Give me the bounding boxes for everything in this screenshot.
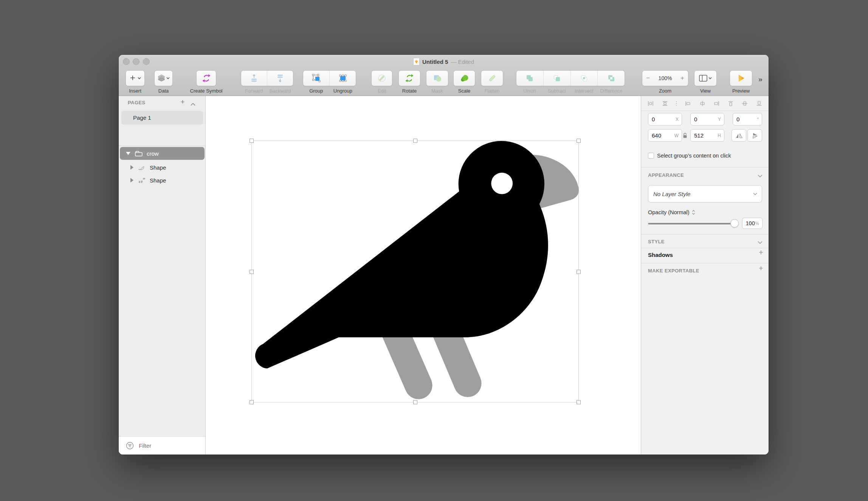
layer-item-shape-2[interactable]: Shape xyxy=(119,175,205,186)
align-bottom-icon[interactable] xyxy=(756,101,763,107)
view-label: View xyxy=(700,88,711,94)
zoom-in-glyph: + xyxy=(680,74,684,82)
selection-handle-bottom-left[interactable] xyxy=(250,400,254,404)
backward-button[interactable] xyxy=(267,71,293,86)
edit-pencil-icon xyxy=(377,74,386,83)
create-symbol-button[interactable] xyxy=(196,70,216,86)
zoom-out-button[interactable]: − xyxy=(642,71,654,86)
window-edited-status: — Edited xyxy=(451,59,474,65)
opacity-blend-stepper-icon[interactable] xyxy=(692,210,695,215)
folder-icon xyxy=(135,150,143,157)
align-left-icon[interactable] xyxy=(685,101,691,107)
layer-filter-bar[interactable]: Filter xyxy=(119,436,205,455)
forward-button[interactable] xyxy=(241,71,267,86)
add-page-button[interactable]: + xyxy=(178,98,187,106)
selection-handle-top-left[interactable] xyxy=(250,139,254,143)
layer-item-crow[interactable]: crow xyxy=(120,147,205,160)
intersect-button[interactable] xyxy=(570,71,598,86)
edit-group: Edit xyxy=(371,70,392,94)
flip-horizontal-button[interactable] xyxy=(732,129,746,142)
data-button[interactable] xyxy=(154,70,173,86)
view-button[interactable] xyxy=(694,70,717,86)
rotate-button[interactable] xyxy=(398,70,420,86)
subtract-label: Subtract xyxy=(543,88,570,94)
align-center-horizontal-icon[interactable] xyxy=(699,101,706,107)
add-shadow-button[interactable]: + xyxy=(759,248,763,257)
x-unit-label: X xyxy=(676,117,682,122)
select-group-content-label: Select group’s content on click xyxy=(657,153,731,159)
edit-label: Edit xyxy=(378,88,386,94)
page-list-item[interactable]: Page 1 xyxy=(121,111,203,125)
group-button[interactable] xyxy=(303,71,329,86)
flip-vertical-button[interactable] xyxy=(747,129,762,142)
collapse-pages-icon[interactable] xyxy=(191,101,195,107)
align-top-icon[interactable] xyxy=(727,101,734,107)
select-group-content-row[interactable]: Select group’s content on click xyxy=(648,153,731,159)
opacity-value-field[interactable]: 100 % xyxy=(742,218,763,229)
union-button[interactable] xyxy=(516,71,543,86)
select-group-content-checkbox[interactable] xyxy=(648,153,654,159)
inspector-divider xyxy=(641,234,769,235)
mask-button[interactable] xyxy=(426,70,448,86)
y-unit-label: Y xyxy=(718,117,724,122)
zoom-in-button[interactable]: + xyxy=(677,71,688,86)
subtract-button[interactable] xyxy=(543,71,570,86)
align-right-icon[interactable] xyxy=(713,101,720,107)
disclosure-open-icon[interactable] xyxy=(126,152,130,155)
crow-artwork[interactable] xyxy=(252,141,579,403)
distribute-horizontally-icon[interactable] xyxy=(647,101,654,107)
toolbar-overflow-button[interactable]: » xyxy=(758,75,762,84)
specks-shape-thumbnail xyxy=(137,176,146,184)
opacity-label: Opacity (Normal) xyxy=(648,209,690,215)
appearance-collapse-icon[interactable] xyxy=(758,172,763,179)
insert-button[interactable] xyxy=(126,70,145,86)
make-exportable-header: MAKE EXPORTABLE xyxy=(648,268,699,274)
rotation-field[interactable]: 0 ° xyxy=(733,113,762,125)
selection-bounding-box[interactable] xyxy=(251,141,579,402)
selection-handle-top-middle[interactable] xyxy=(413,139,417,143)
layer-item-shape-1[interactable]: Shape xyxy=(119,162,205,173)
canvas[interactable] xyxy=(206,96,641,455)
ungroup-button[interactable] xyxy=(329,71,356,86)
layer-style-dropdown[interactable]: No Layer Style xyxy=(648,185,762,203)
flatten-capsule-icon xyxy=(488,74,497,83)
window-content: PAGES + Page 1 crow xyxy=(119,96,769,455)
y-position-field[interactable]: 0 Y xyxy=(690,113,724,125)
edit-button[interactable] xyxy=(371,70,392,86)
disclosure-closed-icon[interactable] xyxy=(130,165,133,170)
make-exportable-add-button[interactable]: + xyxy=(759,264,763,273)
rotation-value: 0 xyxy=(733,116,757,122)
width-field[interactable]: 640 W xyxy=(648,129,682,142)
union-label: Union xyxy=(516,88,543,94)
scale-button[interactable] xyxy=(453,70,475,86)
height-field[interactable]: 512 H xyxy=(690,129,724,142)
selection-handle-middle-right[interactable] xyxy=(577,270,581,274)
x-position-field[interactable]: 0 X xyxy=(648,113,682,125)
circular-arrows-purple-icon xyxy=(202,74,211,83)
mask-shapes-icon xyxy=(433,74,442,83)
preview-button[interactable] xyxy=(730,70,752,86)
flatten-label: Flatten xyxy=(485,88,500,94)
distribute-vertically-icon[interactable] xyxy=(662,101,668,107)
lock-aspect-ratio-icon[interactable] xyxy=(682,132,688,140)
backward-label: Backward xyxy=(267,88,294,94)
titlebar[interactable]: Untitled 5 — Edited xyxy=(119,55,769,68)
height-unit-label: H xyxy=(718,133,724,138)
flatten-group: Flatten xyxy=(481,70,503,94)
bird-shape-thumbnail xyxy=(137,163,146,172)
difference-button[interactable] xyxy=(597,71,625,86)
selection-handle-middle-left[interactable] xyxy=(250,270,254,274)
crow-front-leg xyxy=(394,329,418,385)
create-symbol-label: Create Symbol xyxy=(190,88,223,94)
selection-handle-bottom-right[interactable] xyxy=(577,400,581,404)
flatten-button[interactable] xyxy=(481,70,503,86)
pages-section-header: PAGES xyxy=(128,100,146,105)
selection-handle-bottom-middle[interactable] xyxy=(413,400,417,404)
zoom-out-glyph: − xyxy=(646,74,650,82)
disclosure-closed-icon[interactable] xyxy=(130,178,133,182)
opacity-slider-track[interactable] xyxy=(648,223,738,224)
style-collapse-icon[interactable] xyxy=(758,239,763,246)
opacity-slider-knob[interactable] xyxy=(730,219,739,227)
selection-handle-top-right[interactable] xyxy=(577,139,581,143)
align-middle-vertical-icon[interactable] xyxy=(741,101,748,107)
